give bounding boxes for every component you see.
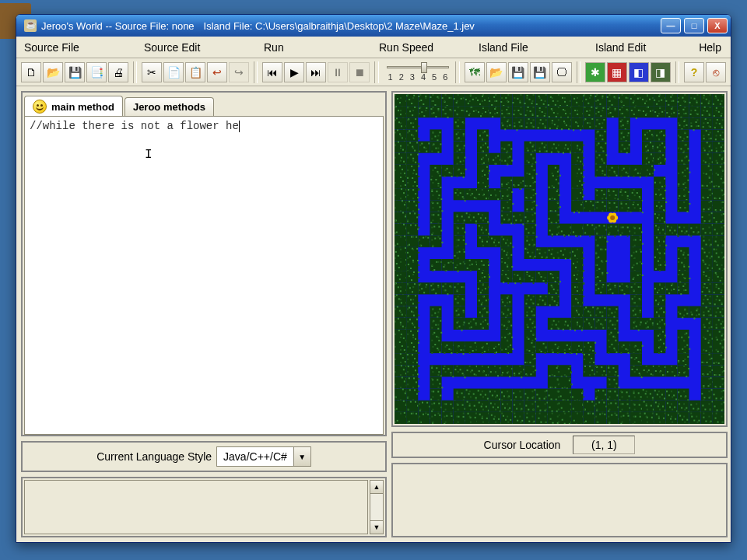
- open-button[interactable]: 📂: [43, 62, 63, 82]
- chevron-down-icon[interactable]: ▼: [293, 447, 310, 466]
- smiley-icon: [33, 100, 47, 114]
- saveas-button[interactable]: 📑: [86, 62, 107, 82]
- editor-text: //while there is not a flower he: [30, 120, 239, 132]
- tab-main-label: main method: [51, 101, 114, 113]
- tab-jeroo-label: Jeroo methods: [133, 101, 205, 113]
- scroll-down-button[interactable]: ▼: [370, 520, 384, 534]
- scroll-up-button[interactable]: ▲: [370, 480, 384, 494]
- console-output[interactable]: [24, 480, 368, 534]
- exit-button[interactable]: ⎋: [706, 62, 726, 82]
- close-button[interactable]: X: [707, 18, 728, 33]
- title-primary: Jeroo's World -- Source File: none: [41, 20, 204, 32]
- stop-button: ⏹: [349, 62, 370, 82]
- message-panel: [391, 463, 728, 537]
- island-save-button[interactable]: 💾: [508, 62, 528, 82]
- paste-button[interactable]: 📋: [185, 62, 205, 82]
- menubar: Source File Source Edit Run Run Speed Is…: [16, 37, 731, 58]
- redo-button: ↪: [229, 62, 249, 82]
- titlebar: Jeroo's World -- Source File: none Islan…: [16, 15, 731, 37]
- cut-button[interactable]: ✂: [142, 62, 162, 82]
- copy-button[interactable]: 📄: [163, 62, 184, 82]
- pause-button: ⏸: [328, 62, 348, 82]
- print-button[interactable]: 🖨: [108, 62, 128, 82]
- cursor-panel: Cursor Location (1, 1): [391, 432, 728, 458]
- language-value: Java/C++/C#: [217, 450, 293, 463]
- menu-help[interactable]: Help: [675, 38, 726, 57]
- title-secondary: Island File: C:\Users\galbraithja\Deskto…: [204, 20, 484, 32]
- minimize-button[interactable]: —: [661, 18, 681, 33]
- menu-source-file[interactable]: Source File: [21, 38, 141, 57]
- menu-island-file[interactable]: Island File: [475, 38, 592, 57]
- console-panel: ▲ ▼: [21, 477, 387, 537]
- island-open-button[interactable]: 📂: [486, 62, 507, 82]
- new-button[interactable]: 🗋: [21, 62, 41, 82]
- island-new-button[interactable]: 🗺: [465, 62, 485, 82]
- menu-run-speed[interactable]: Run Speed: [376, 38, 475, 57]
- ff-button[interactable]: ⏭: [306, 62, 326, 82]
- toolbar: 🗋 📂 💾 📑 🖨 ✂ 📄 📋 ↩ ↪ ⏮ ▶ ⏭ ⏸ ⏹: [16, 58, 731, 86]
- speed-slider[interactable]: 1 2 3 4 5 6: [384, 62, 453, 82]
- save-button[interactable]: 💾: [65, 62, 85, 82]
- language-label: Current Language Style: [96, 450, 212, 463]
- help-button[interactable]: ?: [684, 62, 704, 82]
- app-window: Jeroo's World -- Source File: none Islan…: [16, 14, 731, 543]
- speed-thumb[interactable]: [421, 62, 427, 73]
- play-button[interactable]: ▶: [284, 62, 304, 82]
- paint-net-button[interactable]: ▦: [607, 62, 627, 82]
- language-panel: Current Language Style Java/C++/C# ▼: [21, 441, 387, 472]
- app-icon: [24, 19, 37, 32]
- tab-jeroo-methods[interactable]: Jeroo methods: [124, 97, 214, 116]
- rewind-button[interactable]: ⏮: [262, 62, 282, 82]
- text-caret-icon: I: [145, 148, 153, 162]
- island-saveas-button[interactable]: 💾: [530, 62, 550, 82]
- code-editor[interactable]: //while there is not a flower he I: [24, 116, 384, 435]
- cursor-label: Cursor Location: [484, 439, 561, 451]
- paint-land-button[interactable]: ◨: [651, 62, 671, 82]
- menu-run[interactable]: Run: [261, 38, 376, 57]
- island-view[interactable]: [391, 91, 728, 427]
- paint-flower-button[interactable]: ✱: [585, 62, 605, 82]
- cursor-value: (1, 1): [573, 436, 635, 454]
- paint-water-button[interactable]: ◧: [629, 62, 649, 82]
- tab-main-method[interactable]: main method: [24, 96, 123, 117]
- menu-island-edit[interactable]: Island Edit: [592, 38, 675, 57]
- maximize-button[interactable]: □: [684, 18, 704, 33]
- undo-button[interactable]: ↩: [207, 62, 227, 82]
- language-select[interactable]: Java/C++/C# ▼: [216, 446, 311, 467]
- island-print-button[interactable]: 🖵: [552, 62, 572, 82]
- console-scrollbar[interactable]: ▲ ▼: [370, 480, 384, 534]
- editor-panel: main method Jeroo methods //while there …: [21, 91, 387, 436]
- menu-source-edit[interactable]: Source Edit: [141, 38, 261, 57]
